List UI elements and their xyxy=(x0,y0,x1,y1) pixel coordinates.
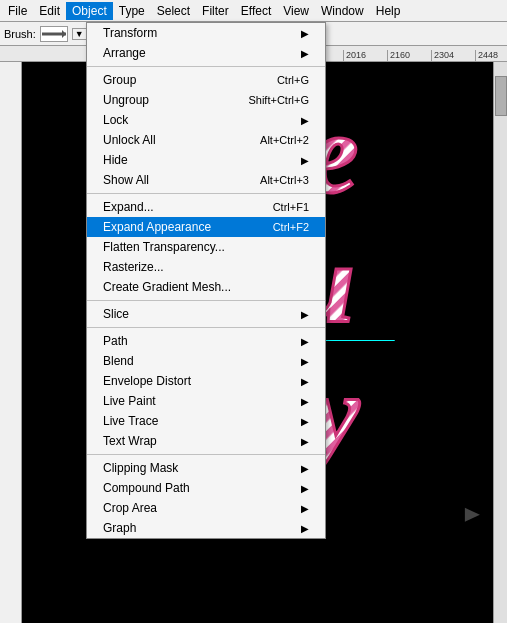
submenu-arrow: ▶ xyxy=(301,396,309,407)
menu-sep-1 xyxy=(87,66,325,67)
submenu-arrow: ▶ xyxy=(301,523,309,534)
menu-item-clipping-mask[interactable]: Clipping Mask ▶ xyxy=(87,458,325,478)
menu-item-expand-appearance[interactable]: Expand Appearance Ctrl+F2 xyxy=(87,217,325,237)
submenu-arrow: ▶ xyxy=(301,436,309,447)
menu-item-ungroup[interactable]: Ungroup Shift+Ctrl+G xyxy=(87,90,325,110)
menu-sep-5 xyxy=(87,454,325,455)
scrollbar-thumb[interactable] xyxy=(495,76,507,116)
menu-view[interactable]: View xyxy=(277,2,315,20)
menu-sep-4 xyxy=(87,327,325,328)
svg-marker-10 xyxy=(465,508,480,522)
menu-item-hide[interactable]: Hide ▶ xyxy=(87,150,325,170)
menu-sep-2 xyxy=(87,193,325,194)
brush-dropdown[interactable]: ▼ xyxy=(72,28,87,40)
menu-item-unlock-all[interactable]: Unlock All Alt+Ctrl+2 xyxy=(87,130,325,150)
submenu-arrow: ▶ xyxy=(301,483,309,494)
brush-preview[interactable] xyxy=(40,26,68,42)
menu-item-path[interactable]: Path ▶ xyxy=(87,331,325,351)
menu-select[interactable]: Select xyxy=(151,2,196,20)
menu-type[interactable]: Type xyxy=(113,2,151,20)
submenu-arrow: ▶ xyxy=(301,463,309,474)
menu-item-graph[interactable]: Graph ▶ xyxy=(87,518,325,538)
menu-item-text-wrap[interactable]: Text Wrap ▶ xyxy=(87,431,325,451)
menu-help[interactable]: Help xyxy=(370,2,407,20)
menu-item-rasterize[interactable]: Rasterize... xyxy=(87,257,325,277)
menu-edit[interactable]: Edit xyxy=(33,2,66,20)
menubar: File Edit Object Type Select Filter Effe… xyxy=(0,0,507,22)
menu-item-show-all[interactable]: Show All Alt+Ctrl+3 xyxy=(87,170,325,190)
submenu-arrow: ▶ xyxy=(301,155,309,166)
submenu-arrow: ▶ xyxy=(301,376,309,387)
menu-effect[interactable]: Effect xyxy=(235,2,277,20)
menu-item-slice[interactable]: Slice ▶ xyxy=(87,304,325,324)
ruler-mark-6: 2448 xyxy=(475,50,507,61)
svg-marker-1 xyxy=(62,30,66,38)
ruler-mark-5: 2304 xyxy=(431,50,475,61)
ruler-mark-3: 2016 xyxy=(343,50,387,61)
menu-item-envelope-distort[interactable]: Envelope Distort ▶ xyxy=(87,371,325,391)
menu-item-compound-path[interactable]: Compound Path ▶ xyxy=(87,478,325,498)
menu-item-crop-area[interactable]: Crop Area ▶ xyxy=(87,498,325,518)
scrollbar-vertical[interactable] xyxy=(493,62,507,623)
menu-item-blend[interactable]: Blend ▶ xyxy=(87,351,325,371)
submenu-arrow: ▶ xyxy=(301,309,309,320)
submenu-arrow: ▶ xyxy=(301,115,309,126)
submenu-arrow: ▶ xyxy=(301,336,309,347)
submenu-arrow: ▶ xyxy=(301,48,309,59)
menu-item-group[interactable]: Group Ctrl+G xyxy=(87,70,325,90)
menu-item-gradient-mesh[interactable]: Create Gradient Mesh... xyxy=(87,277,325,297)
submenu-arrow: ▶ xyxy=(301,503,309,514)
ruler-mark-4: 2160 xyxy=(387,50,431,61)
submenu-arrow: ▶ xyxy=(301,356,309,367)
menu-item-lock[interactable]: Lock ▶ xyxy=(87,110,325,130)
menu-file[interactable]: File xyxy=(2,2,33,20)
menu-item-expand[interactable]: Expand... Ctrl+F1 xyxy=(87,197,325,217)
menu-item-arrange[interactable]: Arrange ▶ xyxy=(87,43,325,63)
menu-item-flatten-transparency[interactable]: Flatten Transparency... xyxy=(87,237,325,257)
menu-item-live-trace[interactable]: Live Trace ▶ xyxy=(87,411,325,431)
menu-window[interactable]: Window xyxy=(315,2,370,20)
brush-label: Brush: xyxy=(4,28,36,40)
menu-object[interactable]: Object xyxy=(66,2,113,20)
menu-item-live-paint[interactable]: Live Paint ▶ xyxy=(87,391,325,411)
menu-sep-3 xyxy=(87,300,325,301)
menu-item-transform[interactable]: Transform ▶ xyxy=(87,23,325,43)
object-menu[interactable]: Transform ▶ Arrange ▶ Group Ctrl+G Ungro… xyxy=(86,22,326,539)
submenu-arrow: ▶ xyxy=(301,28,309,39)
tool-panel xyxy=(0,62,22,623)
submenu-arrow: ▶ xyxy=(301,416,309,427)
menu-filter[interactable]: Filter xyxy=(196,2,235,20)
